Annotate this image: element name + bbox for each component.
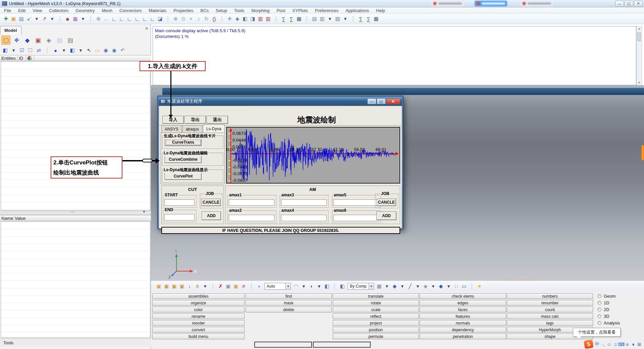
collapse-arrow-icon[interactable]: ▼ [143,210,146,213]
ime-account-icon[interactable]: ☻ [624,340,630,348]
scrollbar-thumb[interactable] [637,33,641,41]
menu-item[interactable]: Mesh [102,8,112,13]
menu-item[interactable]: Connectors [119,8,142,13]
amax3-input[interactable] [281,199,327,206]
wire-mode-icon[interactable]: ◠ [292,282,300,290]
solver-tab[interactable]: abaqus [182,125,202,133]
delete-icon[interactable]: ✗ [217,282,224,290]
separator[interactable]: ┆ [164,15,172,23]
tree-checked-icon[interactable]: ☑ [18,46,26,54]
close-icon[interactable]: ✕ [145,26,148,31]
am-add-button[interactable]: ADD [376,211,396,220]
property-table[interactable] [1,221,150,338]
dropdown-arrow-icon[interactable]: ▾ [10,46,17,54]
panel-button[interactable]: reflect [333,313,419,319]
include-edit-icon[interactable]: ▣ [170,282,178,290]
separator[interactable]: ┆ [349,15,357,23]
undo-view-icon[interactable]: ↶ [119,46,126,54]
summary-table-icon[interactable]: ▦ [295,15,303,23]
load-cards-icon[interactable]: ▥ [264,15,272,23]
multi-window-icon[interactable]: ∷ [452,282,460,290]
separator[interactable]: ┆ [218,15,226,23]
solver-tab[interactable]: ANSYS [161,125,182,133]
separator[interactable]: ┆ [468,282,476,290]
component-display-icon[interactable]: ◧ [68,46,76,54]
import-button[interactable]: 导入 [162,116,184,124]
panel-button[interactable]: project [333,320,419,326]
name-column-header[interactable]: Name [0,215,13,221]
visual-options-icon[interactable]: ◈ [233,15,241,23]
menu-item[interactable]: Preferences [315,8,338,13]
dropdown-arrow-icon[interactable]: ▾ [33,15,41,23]
menu-item[interactable]: Applications [345,8,369,13]
menu-item[interactable]: Setup [216,8,227,13]
panel-button[interactable]: numbers [507,293,593,299]
card-editor-icon[interactable]: ▥ [257,15,264,23]
menu-item[interactable]: Properties [173,8,193,13]
panel-button[interactable]: mask [246,300,332,306]
curvetrans-button[interactable]: CurveTrans [165,139,202,146]
shaded-elements-icon[interactable]: ◆ [391,282,398,290]
panel-button[interactable]: permute [333,334,419,339]
menu-item[interactable]: Collectors [49,8,68,13]
organize-browser-icon[interactable]: ▦ [71,15,79,23]
dropdown-arrow-icon[interactable]: ▾ [77,46,85,54]
scroll-up-icon[interactable]: ▲ [638,27,641,30]
mesh-part-icon[interactable]: ◈ [44,36,53,45]
highlight-icon[interactable]: ▭ [94,46,101,54]
angle-brackets-icon[interactable]: {} [210,15,218,23]
panel-button[interactable]: edges [420,300,506,306]
dropdown-arrow-icon[interactable]: ▾ [315,282,323,290]
dialog-title-bar[interactable]: 地震波处理主程序 —◱✕ [159,97,402,106]
left-panel-tab[interactable]: Model [0,26,21,35]
panel-button[interactable]: faces [420,307,506,312]
background-tab-active[interactable] [475,1,507,6]
menu-item[interactable]: BCs [200,8,209,13]
panel-button[interactable]: mass calc [507,313,593,319]
separator[interactable]: ┆ [248,282,255,290]
ime-emoji-icon[interactable]: ☺ [606,340,612,348]
dropdown-arrow-icon[interactable]: ▾ [326,15,334,23]
view-x-z-icon[interactable]: ∟ [133,15,141,23]
shaded-mode-icon[interactable]: ◗ [308,282,315,290]
dynamic-rotate-icon[interactable]: ↻ [203,15,210,23]
color-mode-combobox[interactable]: By Comp ▼ [347,283,374,290]
model-browser-tree[interactable] [1,61,150,210]
amax6-input[interactable] [333,215,379,221]
panel-button[interactable]: color [152,307,245,312]
solid-mode-icon[interactable]: ◧ [323,282,331,290]
beam-section-icon[interactable]: ▤ [66,36,75,45]
shrink-elements-icon[interactable]: ◈ [422,282,429,290]
menu-item[interactable]: Edit [18,8,25,13]
view-z-y-icon[interactable]: ∟ [141,15,149,23]
ime-softkeyboard-icon[interactable]: ⌨ [618,340,624,348]
matrix-browser-icon[interactable]: ▦ [372,15,380,23]
save-model-icon[interactable]: ▤ [17,15,25,23]
menu-item[interactable]: View [33,8,42,13]
ime-chinese-mode-icon[interactable]: 中 [594,340,600,348]
dropdown-arrow-icon[interactable]: ▾ [398,282,406,290]
minimize-button[interactable]: — [615,1,624,6]
cut-add-button[interactable]: ADD [202,211,221,220]
view-z-x-icon[interactable]: ∟ [125,15,133,23]
view-mode-combobox[interactable]: Auto ▼ [264,283,291,290]
import-solver-deck-icon[interactable]: ↙ [25,15,33,23]
menu-item[interactable]: Morphing [251,8,269,13]
separator[interactable]: ┆ [272,15,280,23]
dropdown-arrow-icon[interactable]: ▾ [414,282,422,290]
feature-lines-icon[interactable]: ╱ [406,282,414,290]
amax2-input[interactable] [229,215,274,221]
quit-button[interactable]: 退出 [207,116,228,124]
panel-splitter[interactable]: ┄┄ ▼ [0,211,151,215]
panel-button[interactable]: convert [152,327,245,333]
value-column-header[interactable]: Value [13,215,34,221]
axes-entity-icon[interactable]: ⋔ [194,282,201,290]
amax4-input[interactable] [281,215,327,221]
ime-skin-icon[interactable]: ♦ [630,340,636,348]
end-input[interactable] [164,214,195,220]
panel-button[interactable]: position [333,327,419,333]
ime-toolbox-icon[interactable]: ⊞ [636,340,642,348]
chevron-down-icon[interactable]: ▼ [285,283,290,289]
model-browser-icon[interactable]: ▢ [1,36,10,45]
shade-mode-icon[interactable]: ◗ [255,282,263,290]
